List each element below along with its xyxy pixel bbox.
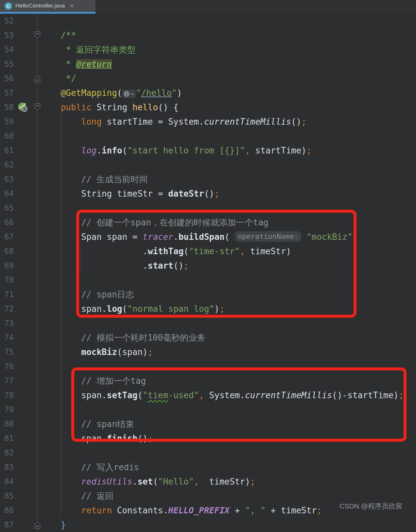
line-number[interactable]: 83: [4, 460, 24, 474]
line-number[interactable]: 55: [4, 57, 24, 71]
line-number[interactable]: 59: [4, 115, 24, 129]
editor-line: 77 // 增加一个tag: [0, 374, 416, 388]
line-number[interactable]: 54: [4, 43, 24, 57]
line-number[interactable]: 74: [4, 330, 24, 345]
code-text[interactable]: // 增加一个tag: [40, 374, 146, 388]
editor-line: 82: [0, 446, 416, 460]
code-text[interactable]: // 模拟一个耗时100毫秒的业务: [40, 330, 205, 345]
code-text[interactable]: /**: [40, 28, 76, 43]
java-class-icon: C: [5, 2, 12, 10]
code-text[interactable]: * @return: [40, 57, 112, 71]
code-text[interactable]: // 返回: [40, 489, 113, 503]
globe-icon: [123, 91, 130, 97]
line-number[interactable]: 73: [4, 316, 24, 330]
line-number[interactable]: 77: [4, 374, 24, 388]
line-number[interactable]: 65: [4, 201, 24, 215]
line-number[interactable]: 63: [4, 172, 24, 186]
editor-line: 52: [0, 14, 416, 28]
code-text[interactable]: return Constants.HELLO_PREFIX + ", " + t…: [40, 503, 322, 518]
line-number[interactable]: 57: [4, 86, 24, 100]
code-text[interactable]: log.info("start hello from [{}]", startT…: [40, 143, 312, 158]
line-number[interactable]: 56: [4, 71, 24, 86]
code-editor: 5253 /**54 * 返回字符串类型55 * @return56 */57 …: [0, 14, 416, 532]
line-number[interactable]: 78: [4, 388, 24, 402]
code-text[interactable]: // 创建一个span，在创建的时候就添加一个tag: [40, 215, 269, 230]
code-text[interactable]: span.log("normal span log");: [40, 302, 225, 316]
editor-line: 78 span.setTag("tiem-used", System.curre…: [0, 388, 416, 402]
fold-start-marker-icon[interactable]: [33, 31, 42, 40]
editor-rows: 5253 /**54 * 返回字符串类型55 * @return56 */57 …: [0, 14, 416, 532]
editor-line: 76: [0, 359, 416, 374]
line-number[interactable]: 71: [4, 287, 24, 302]
line-number[interactable]: 61: [4, 143, 24, 158]
editor-line: 61 log.info("start hello from [{}]", sta…: [0, 143, 416, 158]
editor-line: 87 }: [0, 518, 416, 532]
editor-line: 73: [0, 316, 416, 330]
editor-tab-bar: C HelloController.java ✕: [0, 0, 416, 14]
code-text[interactable]: // span日志: [40, 287, 134, 302]
close-icon[interactable]: ✕: [69, 3, 74, 9]
code-text[interactable]: long startTime = System.currentTimeMilli…: [40, 115, 306, 129]
url-link[interactable]: /hello: [141, 88, 172, 98]
code-text[interactable]: }: [40, 518, 66, 532]
line-number[interactable]: 69: [4, 258, 24, 273]
line-number[interactable]: 68: [4, 244, 24, 258]
parameter-name-hint: operationName:: [235, 231, 301, 242]
editor-line: 62: [0, 158, 416, 172]
line-number[interactable]: 87: [4, 518, 24, 532]
editor-line: 67 Span span = tracer.buildSpan( operati…: [0, 230, 416, 244]
line-number[interactable]: 85: [4, 489, 24, 503]
code-text[interactable]: public String hello() {: [40, 100, 179, 115]
editor-line: 53 /**: [0, 28, 416, 43]
editor-line: 57 @GetMapping("/hello"): [0, 86, 416, 100]
editor-line: 63 // 生成当前时间: [0, 172, 416, 186]
editor-line: 79: [0, 402, 416, 417]
line-number[interactable]: 52: [4, 14, 24, 28]
url-mapping-widget[interactable]: [122, 90, 136, 98]
line-number[interactable]: 86: [4, 503, 24, 518]
fold-end-marker-icon[interactable]: [33, 520, 42, 529]
fold-end-marker-icon[interactable]: [33, 74, 42, 83]
chevron-down-icon: [130, 92, 134, 96]
fold-start-marker-icon[interactable]: [33, 103, 42, 112]
code-text[interactable]: String timeStr = dateStr();: [40, 186, 219, 201]
editor-line: 54 * 返回字符串类型: [0, 43, 416, 57]
line-number[interactable]: 60: [4, 129, 24, 143]
editor-line: 80 // span结束: [0, 417, 416, 431]
line-number[interactable]: 62: [4, 158, 24, 172]
code-text[interactable]: * 返回字符串类型: [40, 43, 136, 57]
line-number[interactable]: 70: [4, 273, 24, 287]
code-text[interactable]: mockBiz(span);: [40, 345, 153, 359]
line-number[interactable]: 66: [4, 215, 24, 230]
line-number[interactable]: 84: [4, 474, 24, 489]
code-text[interactable]: .start();: [40, 258, 189, 273]
code-text[interactable]: // 生成当前时间: [40, 172, 147, 186]
editor-line: 84 redisUtils.set("Hello", timeStr);: [0, 474, 416, 489]
line-number[interactable]: 82: [4, 446, 24, 460]
code-text[interactable]: redisUtils.set("Hello", timeStr);: [40, 474, 255, 489]
code-text[interactable]: @GetMapping("/hello"): [40, 86, 182, 100]
line-number[interactable]: 76: [4, 359, 24, 374]
code-text[interactable]: // 写入redis: [40, 460, 139, 474]
line-number[interactable]: 79: [4, 402, 24, 417]
editor-line: 81 span.finish();: [0, 431, 416, 446]
editor-line: 71 // span日志: [0, 287, 416, 302]
code-text[interactable]: Span span = tracer.buildSpan( operationN…: [40, 230, 358, 244]
code-text[interactable]: .withTag("time-str", timeStr): [40, 244, 291, 258]
editor-line: 60: [0, 129, 416, 143]
line-number[interactable]: 64: [4, 186, 24, 201]
line-number[interactable]: 80: [4, 417, 24, 431]
code-text[interactable]: // span结束: [40, 417, 134, 431]
tab-title: HelloController.java: [15, 3, 65, 9]
line-number[interactable]: 67: [4, 230, 24, 244]
line-number[interactable]: 81: [4, 431, 24, 446]
spring-request-mapping-icon[interactable]: [18, 102, 28, 113]
code-text[interactable]: span.setTag("tiem-used", System.currentT…: [40, 388, 404, 402]
line-number[interactable]: 75: [4, 345, 24, 359]
code-text[interactable]: */: [40, 71, 76, 86]
line-number[interactable]: 53: [4, 28, 24, 43]
tab-hellocontroller[interactable]: C HelloController.java ✕: [0, 0, 95, 12]
line-number[interactable]: 72: [4, 302, 24, 316]
code-text[interactable]: span.finish();: [40, 431, 153, 446]
csdn-watermark: CSDN @程序员欣宸: [339, 502, 402, 511]
